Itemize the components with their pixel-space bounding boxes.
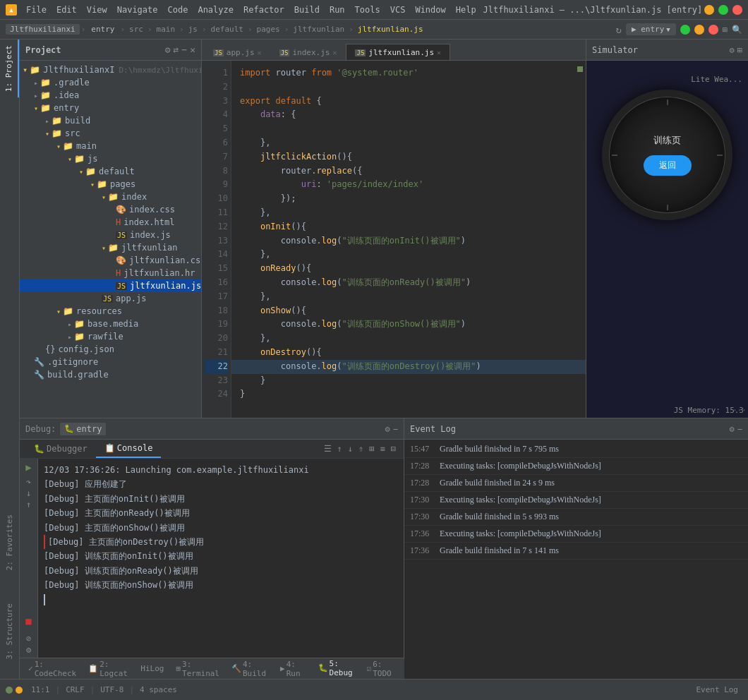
toolbar-down-icon[interactable]: ↓ bbox=[346, 442, 355, 455]
menu-window[interactable]: Window bbox=[410, 4, 450, 16]
status-position[interactable]: 11:1 bbox=[27, 684, 54, 696]
run-button[interactable] bbox=[680, 25, 690, 35]
refresh-icon[interactable]: ↻ bbox=[616, 24, 622, 35]
side-vtab-project[interactable]: 1: Project bbox=[0, 40, 19, 97]
filter-icon[interactable]: ⊘ bbox=[26, 634, 31, 644]
file-tree-content[interactable]: ▾ 📁 JltfhuxilianxI D:\hmxmdz\Jltfhuxilia… bbox=[20, 61, 201, 418]
tab-codecheck[interactable]: ✓ 1: CodeCheck bbox=[23, 657, 82, 681]
tree-item-base-media[interactable]: ▸ 📁 base.media bbox=[20, 318, 201, 330]
toolbar-align-icon[interactable]: ≡ bbox=[378, 442, 387, 455]
tree-item-build[interactable]: ▸ 📁 build bbox=[20, 114, 201, 127]
nav-entry[interactable]: entry bbox=[87, 24, 119, 35]
debug-minimize-icon[interactable]: − bbox=[393, 424, 398, 434]
event-log-minimize[interactable]: − bbox=[737, 424, 742, 434]
step-out-icon[interactable]: ↑ bbox=[26, 500, 31, 509]
tree-item-entry[interactable]: ▾ 📁 entry bbox=[20, 102, 201, 114]
tab-logcat[interactable]: 📋 2: Logcat bbox=[83, 657, 134, 681]
tree-item-rawfile[interactable]: ▸ 📁 rawfile bbox=[20, 330, 201, 343]
play-icon[interactable]: ▶ bbox=[25, 461, 31, 473]
tree-item-gitignore[interactable]: 🔧 .gitignore bbox=[20, 356, 201, 368]
tree-item-jltfxunlian-hr[interactable]: H jltfxunlian.hr bbox=[20, 267, 201, 279]
menu-vcs[interactable]: VCS bbox=[385, 4, 411, 16]
stop-debug-icon[interactable]: ■ bbox=[25, 615, 31, 627]
toolbar-table-icon[interactable]: ⊞ bbox=[367, 442, 376, 455]
tree-item-root[interactable]: ▾ 📁 JltfhuxilianxI D:\hmxmdz\Jltfhuxilia… bbox=[20, 64, 201, 76]
tree-item-js[interactable]: ▾ 📁 js bbox=[20, 152, 201, 165]
console-tab[interactable]: 📋 Console bbox=[96, 440, 162, 458]
tab-app-js[interactable]: JS app.js ✕ bbox=[205, 44, 270, 60]
maximize-button[interactable] bbox=[718, 5, 728, 15]
tree-item-index-folder[interactable]: ▾ 📁 index bbox=[20, 191, 201, 203]
tree-item-idea[interactable]: ▸ 📁 .idea bbox=[20, 89, 201, 102]
debug-settings2[interactable]: ⚙ bbox=[26, 645, 31, 655]
tree-item-app-js[interactable]: JS app.js bbox=[20, 292, 201, 305]
debug-settings-icon[interactable]: ⚙ bbox=[385, 424, 390, 434]
status-crlf[interactable]: CRLF bbox=[61, 684, 89, 696]
minimize-button[interactable] bbox=[704, 5, 714, 15]
watch-back-button[interactable]: 返回 bbox=[644, 155, 692, 176]
tree-item-build-gradle[interactable]: 🔧 build.gradle bbox=[20, 368, 201, 381]
menu-view[interactable]: View bbox=[82, 4, 112, 16]
nav-src[interactable]: src bbox=[126, 24, 146, 35]
tree-item-gradle-dir[interactable]: ▸ 📁 .gradle bbox=[20, 76, 201, 89]
menu-edit[interactable]: Edit bbox=[52, 4, 82, 16]
extra-controls[interactable]: ⊞ bbox=[723, 25, 728, 35]
nav-jltfxunlian[interactable]: jltfxunlian bbox=[290, 24, 347, 35]
status-encoding[interactable]: UTF-8 bbox=[96, 684, 128, 696]
collapse-icon[interactable]: − bbox=[181, 44, 187, 55]
tree-item-index-css[interactable]: 🎨 index.css bbox=[20, 203, 201, 216]
close-button[interactable] bbox=[732, 5, 742, 15]
entry-dropdown[interactable]: ▶ entry ▼ bbox=[626, 23, 676, 35]
more-button[interactable]: ··· bbox=[732, 406, 747, 415]
nav-default[interactable]: default bbox=[208, 24, 246, 35]
toolbar-up-icon[interactable]: ↑ bbox=[335, 442, 344, 455]
stop-button[interactable] bbox=[708, 25, 718, 35]
menu-analyze[interactable]: Analyze bbox=[193, 4, 239, 16]
tab-run[interactable]: ▶ 4: Run bbox=[275, 657, 311, 681]
simulator-expand[interactable]: ⊞ bbox=[737, 45, 742, 55]
tab-build[interactable]: 🔨 4: Build bbox=[226, 657, 274, 681]
tree-item-config-json[interactable]: {} config.json bbox=[20, 343, 201, 356]
side-vtab-favorites[interactable]: 2: Favorites bbox=[1, 509, 18, 576]
tab-debug-active[interactable]: 🐛 5: Debug bbox=[313, 656, 361, 682]
menu-run[interactable]: Run bbox=[325, 4, 350, 16]
menu-build[interactable]: Build bbox=[289, 4, 325, 16]
step-over-icon[interactable]: ↷ bbox=[26, 477, 31, 487]
debug-entry-tab[interactable]: 🐛 entry bbox=[60, 423, 106, 435]
tree-item-jltfxunlian-js[interactable]: JS jltfxunlian.js bbox=[20, 279, 201, 292]
nav-main[interactable]: main bbox=[154, 24, 179, 35]
debugger-tab[interactable]: 🐛 Debugger bbox=[25, 440, 96, 457]
nav-file[interactable]: jltfxunlian.js bbox=[355, 24, 426, 35]
tree-item-main[interactable]: ▾ 📁 main bbox=[20, 140, 201, 152]
tree-item-src[interactable]: ▾ 📁 src bbox=[20, 127, 201, 140]
code-content[interactable]: import router from '@system.router' expo… bbox=[231, 61, 586, 418]
tab-hilog[interactable]: HiLog bbox=[135, 661, 169, 676]
tree-item-resources[interactable]: ▾ 📁 resources bbox=[20, 305, 201, 318]
tree-item-jltfxunlian-cs[interactable]: 🎨 jltfxunlian.cs bbox=[20, 254, 201, 267]
nav-js[interactable]: js bbox=[186, 24, 200, 35]
gear-icon[interactable]: ⚙ bbox=[165, 44, 171, 55]
tree-item-index-html[interactable]: H index.html bbox=[20, 216, 201, 229]
tab-jltfxunlian-js[interactable]: JS jltfxunlian.js ✕ bbox=[346, 44, 450, 60]
tab-index-js[interactable]: JS index.js ✕ bbox=[271, 44, 346, 60]
debug-run-button[interactable] bbox=[694, 25, 704, 35]
step-into-icon[interactable]: ↓ bbox=[26, 488, 31, 498]
tab-terminal[interactable]: ⊞ 3: Terminal bbox=[170, 657, 225, 681]
tree-item-index-js[interactable]: JS index.js bbox=[20, 229, 201, 241]
tree-item-pages[interactable]: ▾ 📁 pages bbox=[20, 178, 201, 191]
toolbar-list-icon[interactable]: ☰ bbox=[322, 442, 334, 455]
nav-project[interactable]: Jltfhuxilianxi bbox=[6, 24, 80, 35]
sync-icon[interactable]: ⇄ bbox=[174, 44, 179, 55]
tree-item-jltfxunlian-folder[interactable]: ▾ 📁 jltfxunlian bbox=[20, 241, 201, 254]
menu-file[interactable]: File bbox=[21, 4, 52, 16]
toolbar-copy-icon[interactable]: ⊟ bbox=[389, 442, 398, 455]
tab-todo[interactable]: ☑ 6: TODO bbox=[361, 657, 402, 681]
toolbar-up2-icon[interactable]: ⇑ bbox=[356, 442, 366, 455]
side-vtab-structure[interactable]: 3: Structure bbox=[1, 598, 18, 665]
menu-tools[interactable]: Tools bbox=[350, 4, 385, 16]
event-log-link[interactable]: Event Log bbox=[692, 684, 742, 696]
menu-refactor[interactable]: Refactor bbox=[239, 4, 289, 16]
search-icon[interactable]: 🔍 bbox=[732, 25, 742, 35]
simulator-gear[interactable]: ⚙ bbox=[730, 45, 735, 55]
console-output[interactable]: 12/03 17:36:26: Launching com.example.jl… bbox=[38, 459, 404, 658]
